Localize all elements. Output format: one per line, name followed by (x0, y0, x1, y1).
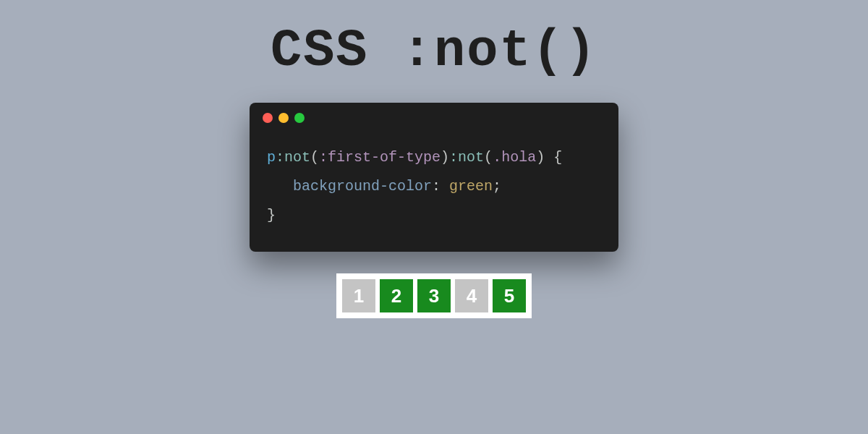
code-token-paren: ( (310, 149, 319, 166)
maximize-icon (294, 113, 305, 123)
code-line-2: background-color: green; (267, 172, 601, 201)
code-body: p:not(:first-of-type):not(.hola) { backg… (250, 129, 618, 252)
code-indent (267, 178, 293, 195)
demo-box: 4 (455, 279, 488, 312)
demo-box: 2 (380, 279, 413, 312)
demo-box: 5 (493, 279, 526, 312)
minimize-icon (278, 113, 289, 123)
boxes-demo: 1 2 3 4 5 (336, 273, 532, 318)
demo-box: 3 (417, 279, 451, 312)
code-token-brace: } (267, 207, 276, 224)
code-token-pseudo: :not (449, 149, 484, 166)
code-token-colon: : (432, 178, 449, 195)
code-token-property: background-color (293, 178, 432, 195)
code-token-brace: { (553, 149, 562, 166)
code-token-paren: ) (536, 149, 545, 166)
code-token-space (545, 149, 553, 166)
window-header (250, 103, 618, 129)
code-token-arg: :first-of-type (319, 149, 441, 166)
code-token-semi: ; (493, 178, 501, 195)
demo-box: 1 (342, 279, 375, 312)
code-line-1: p:not(:first-of-type):not(.hola) { (267, 143, 601, 172)
code-token-pseudo: :not (276, 149, 310, 166)
code-token-value: green (449, 178, 493, 195)
page-title: CSS :not() (271, 22, 597, 81)
code-window: p:not(:first-of-type):not(.hola) { backg… (250, 103, 618, 252)
code-line-3: } (267, 201, 601, 230)
code-token-tag: p (267, 149, 276, 166)
code-token-arg: .hola (493, 149, 536, 166)
code-token-paren: ) (441, 149, 449, 166)
code-token-paren: ( (484, 149, 493, 166)
close-icon (263, 113, 273, 123)
